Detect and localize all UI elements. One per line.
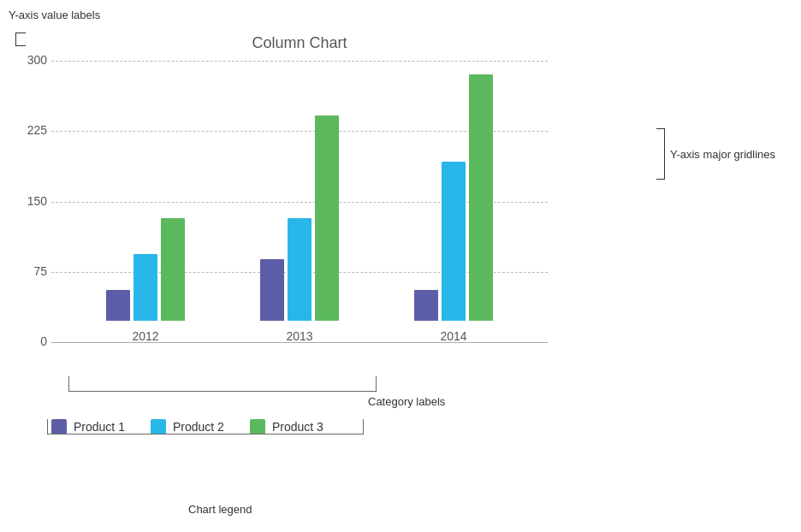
bar-2013-product3 xyxy=(315,115,339,321)
legend-annotation-text: Chart legend xyxy=(188,503,252,516)
bar-2014-product2 xyxy=(442,162,466,321)
legend-annotation: Chart legend xyxy=(188,503,252,516)
category-group-2013: 2013 xyxy=(260,115,339,343)
chart-container: Column Chart 300 225 150 75 0 xyxy=(51,34,548,393)
grid-label-0: 0 xyxy=(13,334,47,348)
bars-area: 2012 2013 2014 xyxy=(51,61,548,343)
category-labels-annotation: Category labels xyxy=(368,395,445,408)
category-labels-text: Category labels xyxy=(368,395,445,408)
bar-2012-product2 xyxy=(134,254,157,321)
category-label-2014: 2014 xyxy=(414,329,493,343)
category-group-2014: 2014 xyxy=(414,74,493,343)
y-axis-annotation: Y-axis value labels xyxy=(9,9,100,21)
grid-label-150: 150 xyxy=(13,194,47,208)
category-label-2013: 2013 xyxy=(260,329,339,343)
category-labels-bracket xyxy=(68,376,377,392)
bar-2013-product2 xyxy=(288,218,312,321)
gridlines-annotation-text: Y-axis major gridlines xyxy=(670,148,775,161)
bar-2013-product1 xyxy=(260,259,284,321)
bar-2014-product3 xyxy=(469,74,493,321)
grid-label-300: 300 xyxy=(13,53,47,67)
y-axis-annotation-label: Y-axis value labels xyxy=(9,9,100,21)
grid-label-225: 225 xyxy=(13,123,47,137)
gridlines-annotation: Y-axis major gridlines xyxy=(656,128,775,180)
bar-2012-product1 xyxy=(106,290,130,321)
bars-row-2013 xyxy=(260,115,339,321)
grid-label-75: 75 xyxy=(13,264,47,278)
bars-row-2012 xyxy=(106,218,185,321)
bar-2014-product1 xyxy=(414,290,438,321)
bar-2012-product3 xyxy=(161,218,185,321)
legend-bracket xyxy=(47,419,364,434)
chart-area: 300 225 150 75 0 xyxy=(51,61,548,369)
category-label-2012: 2012 xyxy=(106,329,185,343)
bars-row-2014 xyxy=(414,74,493,321)
y-axis-bracket xyxy=(15,33,26,46)
chart-title: Column Chart xyxy=(51,34,548,52)
gridlines-bracket xyxy=(656,128,665,180)
category-group-2012: 2012 xyxy=(106,218,185,343)
